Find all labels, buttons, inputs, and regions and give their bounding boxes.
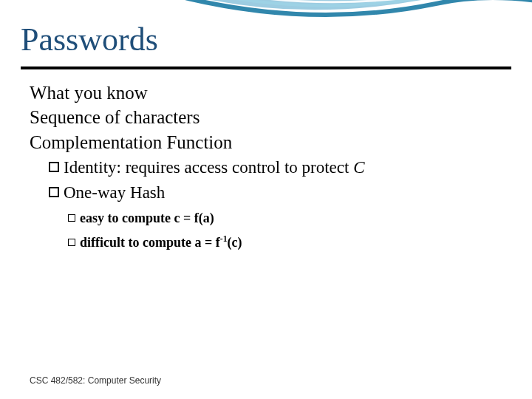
bullet-easy-compute-text: easy to compute c = f(a): [80, 211, 214, 225]
bullet-easy-compute: easy to compute c = f(a): [68, 208, 502, 228]
slide-footer: CSC 482/582: Computer Security: [30, 375, 161, 386]
title-underline: [21, 66, 511, 69]
slide-title: Passwords: [21, 21, 158, 58]
bullet-difficult-suffix: (c): [227, 235, 242, 250]
bullet-identity: Identity: requires access control to pro…: [49, 157, 502, 179]
square-bullet-small-icon: [68, 214, 75, 222]
bullet-identity-text: Identity: requires access control to pro…: [64, 158, 353, 177]
square-bullet-icon: [49, 187, 59, 197]
bullet-difficult-compute: difficult to compute a = f-1(c): [68, 233, 502, 253]
bullet-identity-c: C: [353, 158, 364, 177]
bullet-oneway-hash: One-way Hash: [49, 182, 502, 204]
square-bullet-small-icon: [68, 239, 75, 246]
square-bullet-icon: [49, 162, 59, 172]
bullet-difficult-prefix: difficult to compute a = f: [80, 235, 220, 250]
bullet-sequence: Sequence of characters: [30, 106, 502, 129]
bullet-complementation: Complementation Function: [30, 131, 502, 154]
bullet-what-you-know: What you know: [30, 81, 502, 104]
slide-content: What you know Sequence of characters Com…: [30, 81, 502, 253]
bullet-oneway-hash-text: One-way Hash: [64, 183, 165, 202]
